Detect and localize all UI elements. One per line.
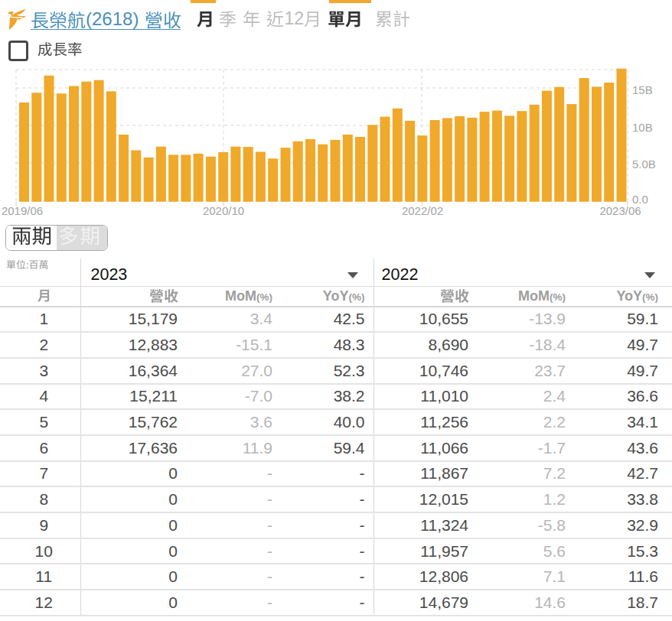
svg-text:15B: 15B [632, 83, 653, 96]
svg-text:2023/06: 2023/06 [599, 204, 641, 217]
svg-text:5.0B: 5.0B [632, 158, 656, 171]
svg-text:2020/10: 2020/10 [203, 204, 244, 217]
svg-text:2019/06: 2019/06 [2, 204, 43, 217]
svg-text:10B: 10B [632, 121, 653, 134]
svg-text:2022/02: 2022/02 [402, 204, 443, 217]
